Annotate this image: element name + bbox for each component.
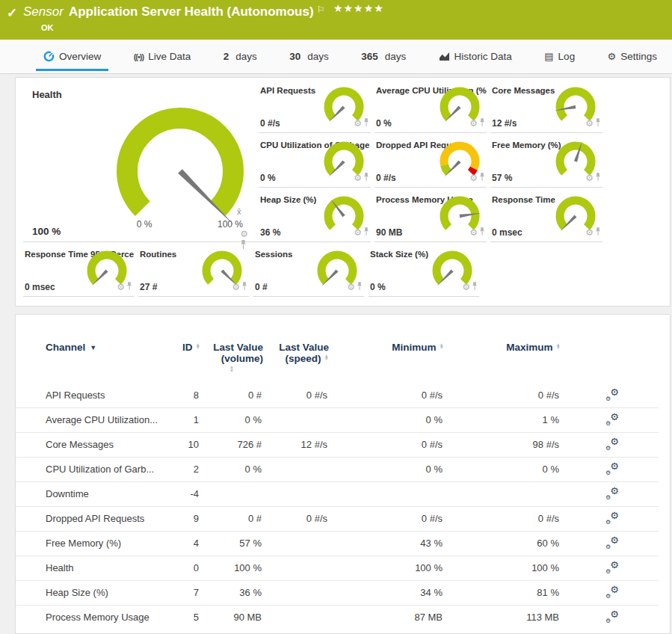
gear-icon[interactable]: ⚙	[469, 173, 478, 182]
cell-channel[interactable]: Heap Size (%)	[16, 580, 169, 605]
pin-icon[interactable]	[595, 226, 601, 239]
health-gauge-tile[interactable]: Health 0 % 100 % x̄ 100 % ⚙	[23, 79, 259, 242]
column-header-minimum[interactable]: Minimum▲▼	[329, 331, 444, 383]
cell-channel[interactable]: API Requests	[16, 383, 169, 407]
gear-icon[interactable]: ⚙	[585, 173, 594, 182]
channel-settings-icon[interactable]: ⚙⚙	[605, 536, 619, 548]
table-row[interactable]: Free Memory (%) 4 57 % 43 % 60 % ⚙⚙	[16, 531, 659, 555]
tab-historic-data[interactable]: Historic Data	[431, 40, 520, 73]
channel-settings-icon[interactable]: ⚙⚙	[605, 511, 619, 523]
pin-icon[interactable]	[595, 117, 601, 130]
tab-live-data[interactable]: ((•)) Live Data	[126, 40, 199, 73]
cell-channel[interactable]: Health	[16, 555, 169, 580]
pin-icon[interactable]	[126, 280, 132, 294]
table-row[interactable]: CPU Utilization of Garb... 2 0 % 0 % 0 %…	[16, 457, 659, 481]
gauge-tile[interactable]: Sessions 0 # ⚙	[253, 242, 364, 297]
gear-icon[interactable]: ⚙	[232, 283, 240, 292]
cell-last-volume: 57 %	[200, 531, 263, 555]
cell-channel[interactable]: CPU Utilization of Garb...	[16, 457, 169, 481]
gauge-tile[interactable]: Heap Size (%) 36 % ⚙	[259, 188, 371, 242]
pin-icon[interactable]	[479, 226, 485, 239]
flag-icon[interactable]: ⚐	[317, 4, 325, 15]
pin-icon[interactable]	[363, 171, 369, 185]
gear-icon[interactable]: ⚙	[354, 119, 362, 128]
gauge-tile[interactable]: Process Memory Usage 90 MB ⚙	[374, 188, 487, 242]
pin-icon[interactable]	[595, 171, 601, 185]
tab-2-days[interactable]: 2 days	[216, 40, 265, 73]
cell-channel[interactable]: Process Memory Usage	[16, 605, 169, 630]
tab-30-days[interactable]: 30 days	[282, 40, 336, 73]
gauge-tile[interactable]: API Requests 0 #/s ⚙	[259, 79, 371, 133]
gear-icon[interactable]: ⚙	[469, 119, 478, 128]
gear-icon[interactable]: ⚙	[240, 230, 248, 238]
table-row[interactable]: Health 0 100 % 100 % 100 % ⚙⚙	[16, 555, 659, 580]
cell-channel[interactable]: Free Memory (%)	[16, 531, 169, 555]
tab-log[interactable]: ▤ Log	[537, 40, 582, 73]
column-header-channel[interactable]: Channel▼	[16, 331, 169, 383]
channel-settings-icon[interactable]: ⚙⚙	[605, 413, 619, 425]
cell-id: 1	[169, 407, 200, 432]
cell-id: -4	[169, 481, 200, 506]
cell-id: 7	[169, 580, 200, 605]
gear-icon[interactable]: ⚙	[462, 283, 470, 292]
tab-365-days[interactable]: 365 days	[354, 40, 413, 73]
cell-channel[interactable]: Downtime	[16, 481, 169, 506]
cell-channel[interactable]: Dropped API Requests	[16, 506, 169, 531]
channel-settings-icon[interactable]: ⚙⚙	[605, 388, 619, 400]
channel-settings-icon[interactable]: ⚙⚙	[605, 610, 619, 622]
cell-maximum: 1 %	[444, 407, 561, 432]
live-data-icon: ((•))	[134, 52, 144, 61]
tab-settings[interactable]: ⚙ Settings	[600, 40, 665, 73]
gear-icon[interactable]: ⚙	[354, 173, 362, 182]
pin-icon[interactable]	[363, 117, 369, 130]
gauge-tile[interactable]: Dropped API Requests 0 #/s ⚙	[374, 133, 487, 188]
cell-last-speed	[263, 407, 329, 432]
channel-settings-icon[interactable]: ⚙⚙	[605, 462, 619, 474]
gear-icon[interactable]: ⚙	[585, 119, 594, 128]
table-row[interactable]: Core Messages 10 726 # 12 #/s 0 #/s 98 #…	[16, 432, 659, 457]
pin-icon[interactable]	[363, 226, 369, 239]
pin-icon[interactable]	[479, 117, 485, 130]
cell-channel[interactable]: Core Messages	[16, 432, 169, 457]
column-header-last-volume[interactable]: Last Value (volume) ▲▼	[200, 331, 263, 383]
gauge-tile[interactable]: Routines 27 # ⚙	[138, 242, 249, 297]
table-row[interactable]: Average CPU Utilization... 1 0 % 0 % 1 %…	[16, 407, 659, 432]
pin-icon[interactable]	[357, 280, 363, 294]
gauge-tile[interactable]: Response Time 0 msec ⚙	[490, 188, 602, 242]
table-row[interactable]: Downtime -4 ⚙⚙	[16, 481, 659, 506]
pin-icon[interactable]	[241, 280, 247, 294]
channel-settings-icon[interactable]: ⚙⚙	[605, 487, 619, 499]
pin-icon[interactable]	[479, 171, 485, 185]
gear-icon[interactable]: ⚙	[354, 228, 362, 237]
cell-minimum: 87 MB	[329, 605, 444, 630]
gear-icon[interactable]: ⚙	[347, 283, 355, 292]
status-badge: OK	[41, 23, 54, 32]
column-header-maximum[interactable]: Maximum▲▼	[444, 331, 561, 383]
gauge-tile[interactable]: Free Memory (%) 57 % ⚙	[490, 133, 602, 188]
column-header-last-speed[interactable]: Last Value (speed)▲▼	[263, 331, 329, 383]
column-header-id[interactable]: ID▲▼	[169, 331, 200, 383]
table-row[interactable]: API Requests 8 0 # 0 #/s 0 #/s 0 #/s ⚙⚙	[16, 383, 659, 407]
gauge-tile[interactable]: Stack Size (%) 0 % ⚙	[369, 242, 479, 297]
gauge-tile[interactable]: Average CPU Utilization (%) 0 % ⚙	[374, 79, 487, 133]
priority-stars[interactable]: ★★★★★	[333, 2, 384, 14]
cell-id: 0	[169, 555, 200, 580]
pin-icon[interactable]	[472, 280, 478, 294]
gauge-tile[interactable]: Core Messages 12 #/s ⚙	[490, 79, 602, 133]
tab-bar: Overview ((•)) Live Data 2 days 30 days …	[0, 40, 672, 74]
cell-maximum	[444, 481, 561, 506]
table-row[interactable]: Heap Size (%) 7 36 % 34 % 81 % ⚙⚙	[16, 580, 659, 605]
gear-icon[interactable]: ⚙	[117, 283, 125, 292]
gauge-tile[interactable]: CPU Utilization of Garbage C... 0 % ⚙	[259, 133, 371, 188]
gear-icon[interactable]: ⚙	[585, 228, 594, 237]
tab-overview[interactable]: Overview	[36, 40, 108, 73]
channel-settings-icon[interactable]: ⚙⚙	[605, 437, 619, 449]
gear-icon[interactable]: ⚙	[469, 228, 478, 237]
cell-channel[interactable]: Average CPU Utilization...	[16, 407, 169, 432]
gauge-tile[interactable]: Response Time 95th Percentile 0 msec ⚙	[23, 242, 134, 297]
table-row[interactable]: Process Memory Usage 5 90 MB 87 MB 113 M…	[16, 605, 659, 630]
channel-settings-icon[interactable]: ⚙⚙	[605, 585, 619, 597]
cell-last-speed	[263, 555, 329, 580]
table-row[interactable]: Dropped API Requests 9 0 # 0 #/s 0 #/s 0…	[16, 506, 659, 531]
channel-settings-icon[interactable]: ⚙⚙	[605, 561, 619, 573]
